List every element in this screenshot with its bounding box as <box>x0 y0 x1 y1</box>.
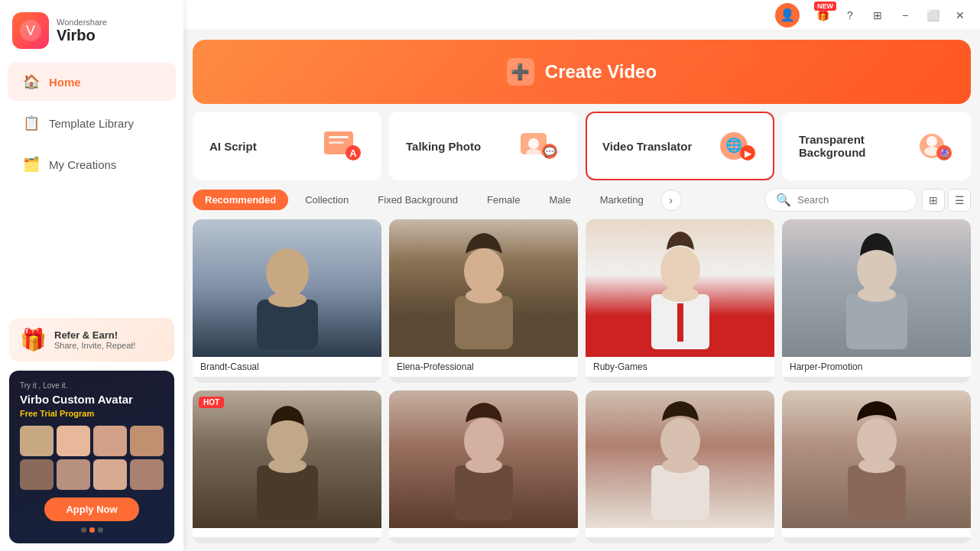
svg-point-40 <box>660 418 700 464</box>
filter-marketing[interactable]: Marketing <box>588 190 656 210</box>
filter-female[interactable]: Female <box>475 190 532 210</box>
apply-now-button[interactable]: Apply Now <box>44 498 138 521</box>
avatar-thumb-7 <box>93 459 127 490</box>
svg-point-27 <box>660 247 700 293</box>
filter-fixed-background[interactable]: Fixed Background <box>365 190 470 210</box>
logo-area: V Wondershare Virbo <box>0 0 183 61</box>
svg-point-21 <box>266 248 309 297</box>
svg-rect-30 <box>677 303 683 342</box>
avatar-card-hot4[interactable] <box>782 391 971 543</box>
svg-point-34 <box>267 417 308 465</box>
svg-rect-38 <box>455 465 513 520</box>
avatar-card-ruby[interactable]: Ruby-Games <box>586 219 774 383</box>
refer-title: Refer & Earn! <box>54 329 135 341</box>
nav-home-label: Home <box>49 76 81 89</box>
avatar-img-elena <box>389 219 578 357</box>
avatar-name-hot4 <box>782 528 971 537</box>
avatar-card-elena[interactable]: Elena-Professional <box>389 219 578 383</box>
filter-collection[interactable]: Collection <box>293 190 361 210</box>
app-name: Virbo <box>57 27 107 44</box>
create-video-banner[interactable]: ➕ Create Video <box>193 40 971 104</box>
svg-text:A: A <box>349 147 357 159</box>
avatar-thumb-5 <box>20 459 54 490</box>
logo-text: Wondershare Virbo <box>57 18 107 44</box>
my-creations-icon: 🗂️ <box>23 156 40 173</box>
dot-1 <box>81 527 86 533</box>
avatar-card-hot3[interactable] <box>586 391 774 543</box>
avatar-card-hot1[interactable]: HOT <box>193 391 381 543</box>
grid-view-button[interactable]: ⊞ <box>922 189 945 212</box>
avatar-card-hot2[interactable] <box>389 391 578 543</box>
svg-point-43 <box>857 418 897 464</box>
sidebar: V Wondershare Virbo 🏠 Home 📋 Template Li… <box>0 0 183 551</box>
avatar-name-hot1 <box>193 528 381 537</box>
avatar-name-elena: Elena-Professional <box>389 357 578 377</box>
svg-text:🔮: 🔮 <box>939 147 950 159</box>
create-video-title: Create Video <box>545 61 657 83</box>
sidebar-item-template-library[interactable]: 📋 Template Library <box>8 104 176 142</box>
svg-point-45 <box>858 458 895 473</box>
refer-banner[interactable]: 🎁 Refer & Earn! Share, Invite, Repeat! <box>9 318 174 361</box>
video-translator-label: Video Translator <box>602 140 692 153</box>
avatar-img-harper <box>782 219 971 357</box>
filter-recommended[interactable]: Recommended <box>193 190 288 210</box>
feature-card-talking-photo[interactable]: Talking Photo 💬 <box>389 112 578 180</box>
avatar-thumb-6 <box>57 459 90 490</box>
svg-rect-41 <box>651 465 709 520</box>
dot-2 <box>89 527 95 533</box>
svg-point-36 <box>268 458 307 473</box>
create-video-icon: ➕ <box>507 58 534 86</box>
sidebar-promo-area: 🎁 Refer & Earn! Share, Invite, Repeat! T… <box>0 310 183 551</box>
avatar-thumb-1 <box>20 426 54 456</box>
list-view-button[interactable]: ☰ <box>948 189 971 212</box>
svg-point-23 <box>268 292 307 307</box>
restore-button[interactable]: ⬜ <box>922 5 943 26</box>
filter-male[interactable]: Male <box>537 190 582 210</box>
sidebar-item-my-creations[interactable]: 🗂️ My Creations <box>8 145 176 183</box>
search-input[interactable] <box>797 194 904 206</box>
svg-rect-3 <box>329 136 349 138</box>
transparent-bg-icon: 🔮 <box>908 127 954 165</box>
avatar-card-brandt[interactable]: Brandt-Casual <box>193 219 381 383</box>
banner-tag: Try it , Love it. <box>20 381 67 390</box>
feature-card-transparent-bg[interactable]: Transparent Background 🔮 <box>782 112 971 180</box>
sidebar-item-home[interactable]: 🏠 Home <box>8 63 176 101</box>
grid-button[interactable]: ⊞ <box>867 5 888 26</box>
filter-more-button[interactable]: › <box>660 190 682 211</box>
banner-title: Virbo Custom Avatar <box>20 393 133 406</box>
custom-avatar-banner[interactable]: Try it , Love it. Virbo Custom Avatar Fr… <box>9 371 174 543</box>
dot-3 <box>98 527 103 533</box>
feature-card-video-translator[interactable]: Video Translator 🌐 ▶ <box>586 112 774 180</box>
minimize-button[interactable]: − <box>894 5 916 26</box>
svg-rect-25 <box>455 296 513 349</box>
avatar-img-hot4 <box>782 391 971 528</box>
help-button[interactable]: ? <box>839 5 861 26</box>
user-avatar[interactable]: 👤 <box>775 3 800 28</box>
svg-rect-35 <box>257 465 318 520</box>
home-icon: 🏠 <box>23 73 40 90</box>
avatar-thumbnails <box>20 426 164 490</box>
ai-script-icon: A <box>319 127 365 165</box>
avatar-name-hot3 <box>586 528 774 537</box>
feature-card-ai-script[interactable]: AI Script A <box>193 112 381 180</box>
svg-text:▶: ▶ <box>745 148 752 159</box>
talking-photo-label: Talking Photo <box>406 140 481 153</box>
app-logo-icon: V <box>12 12 49 49</box>
avatar-img-brandt <box>193 219 381 357</box>
avatar-img-hot1 <box>193 391 381 528</box>
avatar-img-hot2 <box>389 391 578 528</box>
avatar-name-ruby: Ruby-Games <box>586 357 774 377</box>
avatar-name-harper: Harper-Promotion <box>782 357 971 377</box>
close-button[interactable]: ✕ <box>949 5 971 26</box>
avatar-card-harper[interactable]: Harper-Promotion <box>782 219 971 383</box>
avatar-name-brandt: Brandt-Casual <box>193 357 381 377</box>
svg-point-8 <box>528 138 539 149</box>
svg-rect-44 <box>848 465 906 520</box>
avatar-thumb-8 <box>130 459 164 490</box>
svg-point-9 <box>526 149 541 157</box>
new-badge: NEW <box>814 2 836 11</box>
avatar-img-hot3 <box>586 391 774 528</box>
svg-point-29 <box>662 287 699 302</box>
view-toggle: ⊞ ☰ <box>922 189 971 212</box>
transparent-bg-label: Transparent Background <box>799 133 898 159</box>
